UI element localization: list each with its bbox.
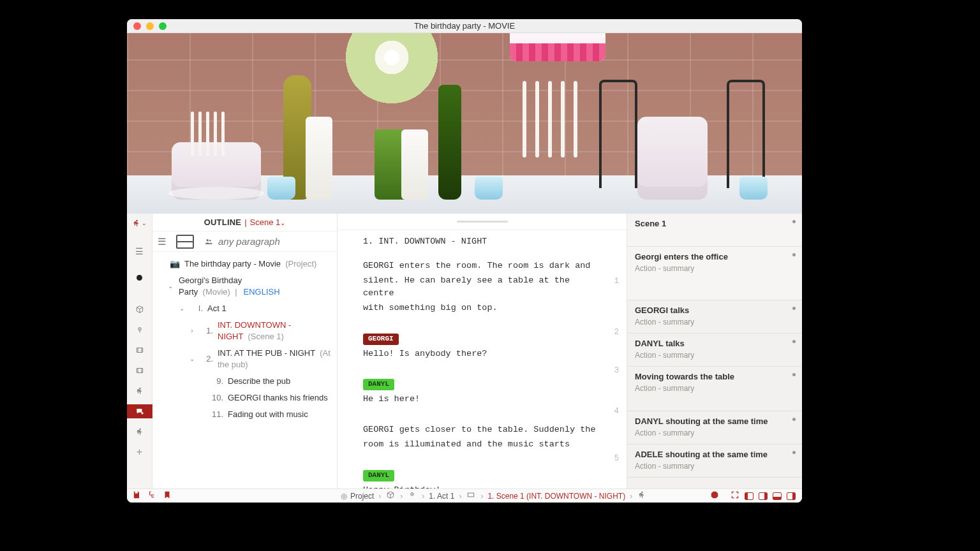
minimize-window-button[interactable] <box>146 22 154 30</box>
card-title: GEORGI talks <box>635 305 794 315</box>
pin-icon[interactable] <box>133 323 147 337</box>
chevron-down-icon[interactable]: ⌄ <box>178 303 186 314</box>
tree-row-act[interactable]: ⌄ I. Act 1 <box>152 300 337 317</box>
close-window-button[interactable] <box>133 22 141 30</box>
character-cue[interactable]: DANYL <box>338 467 627 483</box>
fullscreen-icon[interactable] <box>731 490 739 501</box>
cube-icon[interactable] <box>133 302 147 316</box>
bookmark-icon[interactable] <box>163 490 172 501</box>
camera-icon: 📷 <box>170 258 180 270</box>
character-tag-georgi: GEORGI <box>363 334 399 345</box>
inspector-card[interactable]: GEORGI talks Action - summary <box>627 300 802 334</box>
card-subtitle: Action - summary <box>635 462 794 471</box>
tree-row-project[interactable]: 📷 The birthday party - Movie (Project) <box>152 256 337 272</box>
page-number: 1 <box>614 276 619 287</box>
tree-icon[interactable] <box>147 490 156 501</box>
character-tag-danyl: DANYL <box>363 470 394 481</box>
running-icon-2[interactable] <box>133 384 147 398</box>
action-line[interactable]: with something big on top. <box>338 300 627 316</box>
rail-dot-button[interactable] <box>137 275 142 281</box>
film-icon-2[interactable] <box>133 364 147 378</box>
inspector-card[interactable]: Georgi enters the office Action - summar… <box>627 247 802 300</box>
chevron-right-icon[interactable]: › <box>188 325 196 337</box>
outline-search-input[interactable] <box>218 236 340 247</box>
chevron-down-icon[interactable]: ⌄ <box>167 281 174 292</box>
character-cue[interactable]: GEORGI <box>338 331 627 346</box>
character-tag-danyl: DANYL <box>363 379 394 390</box>
project-banner-image[interactable] <box>127 33 802 214</box>
svg-rect-9 <box>468 493 474 497</box>
card-dot-icon <box>792 253 796 256</box>
toggle-right-panel-icon[interactable] <box>759 492 768 500</box>
rail-mode-button[interactable]: ⌄ <box>132 219 147 228</box>
tree-row-movie[interactable]: ⌄ Georgi's Birthday Party (Movie) |ENGLI… <box>152 272 337 300</box>
page-number: 3 <box>614 365 619 376</box>
tree-row-beat[interactable]: 10. GEORGI thanks his friends <box>152 390 337 406</box>
titlebar: The birthday party - MOVIE <box>127 19 802 33</box>
crumb-act[interactable]: 1. Act 1 <box>429 492 454 501</box>
film-icon[interactable] <box>133 343 147 357</box>
inspector-card[interactable]: Moving towards the table Action - summar… <box>627 367 802 411</box>
card-subtitle: Action - summary <box>635 384 794 393</box>
inspector-card[interactable]: ADELE shouting at the same time Action -… <box>627 444 802 478</box>
dialogue-line[interactable]: He is here! <box>338 392 627 407</box>
svg-point-4 <box>141 412 143 414</box>
card-subtitle: Action - summary <box>635 429 794 437</box>
page-number: 2 <box>614 327 619 338</box>
action-line[interactable]: GEORGI enters the room. The room is dark… <box>338 258 627 274</box>
card-subtitle: Action - summary <box>635 264 794 273</box>
editor-drag-handle[interactable] <box>338 214 627 230</box>
card-subtitle: Action - summary <box>635 318 794 327</box>
card-dot-icon <box>792 340 796 343</box>
add-icon[interactable]: + <box>133 445 147 459</box>
outline-tree[interactable]: 📷 The birthday party - Movie (Project) ⌄… <box>152 252 337 489</box>
action-line[interactable]: GEORGI gets closer to the table. Suddenl… <box>338 422 627 437</box>
card-title: Moving towards the table <box>635 372 794 381</box>
people-icon[interactable] <box>204 236 213 247</box>
left-rail: ⌄ ☰ + <box>127 214 152 489</box>
crumb-scene[interactable]: 1. Scene 1 (INT. DOWNTOWN - NIGHT) <box>487 492 625 501</box>
toggle-inspector-icon[interactable] <box>787 492 796 500</box>
svg-point-5 <box>207 239 209 241</box>
tree-row-scene-2[interactable]: ⌄ 2. INT. AT THE PUB - NIGHT (At the pub… <box>152 345 337 373</box>
outline-panel: OUTLINE | Scene 1⌄ ☰ 📷 The birthday part… <box>152 214 338 489</box>
outline-scene-selector[interactable]: Scene 1⌄ <box>250 217 286 227</box>
action-line[interactable]: silent. He can barely see a table at the… <box>338 273 627 300</box>
character-cue[interactable]: DANYL <box>338 376 627 392</box>
chevron-down-icon[interactable]: ⌄ <box>188 353 196 365</box>
card-view-icon[interactable] <box>176 235 194 249</box>
script-body[interactable]: 1.INT. DOWNTOWN - NIGHT GEORGI enters th… <box>338 230 627 489</box>
status-bar: ◎ Project › › › 1. Act 1 › › 1. Scene 1 … <box>127 489 802 503</box>
scene-heading[interactable]: 1.INT. DOWNTOWN - NIGHT <box>338 234 627 249</box>
script-editor: 1.INT. DOWNTOWN - NIGHT GEORGI enters th… <box>338 214 627 489</box>
dialogue-line[interactable]: Happy Birthday! <box>338 483 627 489</box>
tree-row-beat[interactable]: 9. Describe the pub <box>152 373 337 390</box>
inspector-card[interactable]: DANYL talks Action - summary <box>627 334 802 367</box>
zoom-window-button[interactable] <box>159 22 167 30</box>
tree-row-beat[interactable]: 11. Fading out with music <box>152 406 337 423</box>
dialogue-line[interactable]: Hello! Is anybody there? <box>338 346 627 362</box>
card-title: DANYL shouting at the same time <box>635 416 794 426</box>
target-icon[interactable]: ◎ <box>341 492 347 501</box>
crumb-project[interactable]: Project <box>350 492 374 501</box>
svg-point-6 <box>209 239 211 241</box>
card-subtitle: Action - summary <box>635 351 794 360</box>
tree-row-scene-1[interactable]: › 1. INT. DOWNTOWN - NIGHT (Scene 1) <box>152 317 337 345</box>
stop-icon[interactable] <box>710 490 719 501</box>
breadcrumb: ◎ Project › › › 1. Act 1 › › 1. Scene 1 … <box>338 490 724 501</box>
running-icon-3[interactable] <box>133 425 147 439</box>
app-window: The birthday party - MOVIE ⌄ ☰ <box>127 19 802 503</box>
dialog-icon[interactable] <box>127 404 152 418</box>
card-title: DANYL talks <box>635 339 794 348</box>
inspector-scene-card[interactable]: Scene 1 <box>627 214 802 247</box>
action-line[interactable]: room is illuminated and the music starts <box>338 437 627 452</box>
filter-icon[interactable]: ☰ <box>158 236 166 247</box>
toggle-left-panel-icon[interactable] <box>745 492 754 500</box>
card-title: Georgi enters the office <box>635 252 794 261</box>
filter-lines-icon[interactable]: ☰ <box>133 244 147 258</box>
inspector-card[interactable]: DANYL shouting at the same time Action -… <box>627 411 802 444</box>
save-icon[interactable] <box>132 490 141 501</box>
window-title: The birthday party - MOVIE <box>127 21 802 31</box>
toggle-bottom-panel-icon[interactable] <box>773 492 782 500</box>
card-dot-icon <box>792 373 796 376</box>
